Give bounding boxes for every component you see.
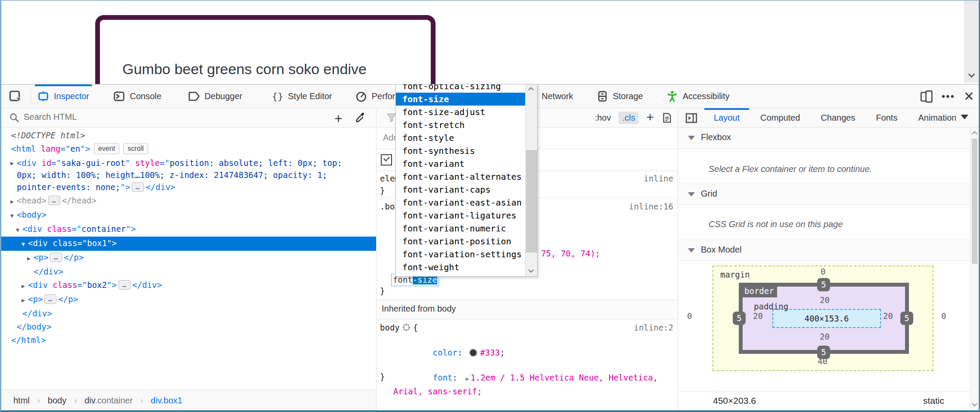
- scroll-down-icon[interactable]: [972, 401, 977, 406]
- autocomplete-scrollbar[interactable]: [525, 84, 537, 276]
- twisty-icon[interactable]: ▶: [10, 195, 17, 208]
- expand-shorthand-icon[interactable]: ▶: [466, 373, 469, 385]
- sidebar-overflow-icon[interactable]: [961, 115, 968, 119]
- autocomplete-item[interactable]: font-variant-numeric: [396, 222, 525, 235]
- sidebar-scrollbar[interactable]: [970, 128, 979, 411]
- tree-node[interactable]: </html>: [1, 334, 376, 347]
- tree-node-selected[interactable]: ▼<div class="box1">: [1, 237, 376, 251]
- autocomplete-item[interactable]: font-stretch: [396, 119, 525, 131]
- margin-left-value[interactable]: 0: [687, 311, 692, 321]
- scrollbar-thumb[interactable]: [526, 150, 537, 253]
- twisty-icon[interactable]: ▼: [16, 223, 22, 237]
- sidebar-tab-layout[interactable]: Layout: [703, 108, 750, 128]
- tool-tab-console[interactable]: Console: [111, 84, 164, 108]
- twisty-icon[interactable]: ▼: [22, 237, 28, 251]
- scroll-up-icon[interactable]: [528, 87, 534, 93]
- breadcrumb-item[interactable]: div.box1: [151, 396, 182, 406]
- ellipsis-expander[interactable]: …: [48, 196, 60, 205]
- twisty-icon[interactable]: ▶: [22, 279, 28, 293]
- pseudo-class-button[interactable]: :hov: [595, 113, 611, 123]
- tree-node[interactable]: ▶<div class="box2">…</div>: [1, 278, 376, 293]
- node-badge[interactable]: scroll: [123, 143, 148, 154]
- ellipsis-expander[interactable]: …: [118, 280, 131, 290]
- autocomplete-item[interactable]: font-weight: [396, 261, 525, 274]
- scroll-down-icon[interactable]: [528, 267, 534, 273]
- box1-rule-location[interactable]: inline:16: [629, 202, 673, 211]
- autocomplete-item[interactable]: font-variant-position: [396, 235, 525, 248]
- class-checkbox[interactable]: [381, 154, 392, 165]
- margin-top-value[interactable]: 0: [821, 267, 825, 276]
- padding-top-value[interactable]: 20: [820, 295, 830, 305]
- autocomplete-item[interactable]: font-variant-east-asian: [396, 196, 525, 209]
- margin-right-value[interactable]: 0: [941, 311, 946, 321]
- autocomplete-item[interactable]: font-variant-ligatures: [396, 209, 525, 222]
- tree-node[interactable]: <!DOCTYPE html>: [1, 129, 376, 142]
- autocomplete-item[interactable]: font-style: [396, 131, 525, 144]
- element-rule-location[interactable]: inline: [644, 174, 673, 183]
- padding-left-value[interactable]: 20: [753, 311, 763, 321]
- tree-node[interactable]: </div>: [1, 307, 376, 320]
- border-left-value[interactable]: 5: [733, 312, 746, 325]
- grid-section-header[interactable]: Grid: [678, 184, 979, 205]
- color-swatch[interactable]: [469, 349, 477, 357]
- border-bottom-value[interactable]: 5: [817, 346, 830, 359]
- autocomplete-item[interactable]: font-optical-sizing: [396, 84, 525, 93]
- tool-tab-storage[interactable]: Storage: [594, 84, 646, 108]
- scroll-down-icon[interactable]: [968, 71, 975, 78]
- tree-node[interactable]: ▼<div class="container">: [1, 222, 376, 237]
- tool-tab-style-editor[interactable]: {}Style Editor: [269, 84, 335, 108]
- autocomplete-item[interactable]: font-variation-settings: [396, 248, 525, 261]
- sidebar-tab-fonts[interactable]: Fonts: [865, 108, 908, 128]
- ellipsis-expander[interactable]: …: [44, 294, 56, 304]
- tree-node[interactable]: ▶<p>…</p>: [1, 251, 376, 265]
- tree-node[interactable]: ▶<div id="saka-gui-root" style="position…: [1, 156, 376, 194]
- autocomplete-item[interactable]: font-synthesis: [396, 144, 525, 157]
- box-model-content-box[interactable]: 400×153.6: [772, 309, 881, 328]
- tree-node[interactable]: ▶<head>…</head>: [1, 194, 376, 208]
- sidebar-tab-computed[interactable]: Computed: [750, 108, 810, 128]
- autocomplete-item[interactable]: font-variant: [396, 157, 525, 170]
- breadcrumb-item[interactable]: html: [13, 396, 30, 406]
- tool-tab-inspector[interactable]: Inspector: [35, 84, 92, 108]
- tree-node[interactable]: <html lang="en">eventscroll: [1, 142, 376, 156]
- ellipsis-expander[interactable]: …: [50, 253, 62, 262]
- twisty-icon[interactable]: ▼: [10, 209, 17, 222]
- ellipsis-expander[interactable]: …: [132, 182, 144, 192]
- twisty-icon[interactable]: ▶: [22, 293, 28, 307]
- tool-tab-accessibility[interactable]: Accessibility: [664, 84, 732, 108]
- page-scrollbar[interactable]: [964, 1, 979, 83]
- tree-node[interactable]: </body>: [1, 320, 376, 334]
- responsive-design-mode-icon[interactable]: [920, 90, 933, 103]
- border-right-value[interactable]: 5: [900, 312, 913, 325]
- padding-right-value[interactable]: 20: [883, 311, 893, 321]
- sidebar-toggle-icon[interactable]: [685, 112, 697, 124]
- autocomplete-item[interactable]: font-variant-alternates: [396, 170, 525, 183]
- border-top-value[interactable]: 5: [817, 278, 830, 291]
- tool-tab-debugger[interactable]: Debugger: [186, 84, 245, 108]
- tree-node[interactable]: ▼<body>: [1, 208, 376, 222]
- pick-element-icon[interactable]: [8, 90, 24, 103]
- breadcrumb-item[interactable]: div.container: [84, 396, 133, 406]
- menu-dots-icon[interactable]: •••: [942, 90, 955, 103]
- flexbox-section-header[interactable]: Flexbox: [678, 128, 979, 149]
- tree-node[interactable]: </div>: [1, 265, 376, 278]
- padding-bottom-value[interactable]: 20: [820, 332, 830, 341]
- body-rule-selector[interactable]: body{: [380, 323, 418, 332]
- search-input[interactable]: Search HTML: [24, 112, 77, 122]
- sidebar-tab-animations[interactable]: Animations: [908, 108, 956, 128]
- node-target-icon[interactable]: [402, 323, 411, 331]
- scroll-up-icon[interactable]: [972, 131, 977, 137]
- scrollbar-thumb[interactable]: [972, 139, 977, 264]
- twisty-icon[interactable]: ▶: [27, 252, 34, 265]
- class-panel-button[interactable]: .cls: [619, 112, 638, 124]
- box-model-section-header[interactable]: Box Model: [678, 240, 979, 261]
- close-icon[interactable]: ✕: [964, 90, 974, 103]
- add-node-button[interactable]: +: [334, 111, 342, 127]
- sidebar-tab-changes[interactable]: Changes: [810, 108, 865, 128]
- autocomplete-item[interactable]: font-size: [396, 93, 525, 106]
- breadcrumb-item[interactable]: body: [48, 396, 66, 406]
- body-rule-location[interactable]: inline:2: [634, 323, 673, 332]
- node-badge[interactable]: event: [94, 143, 119, 154]
- add-rule-button[interactable]: +: [646, 110, 654, 125]
- autocomplete-item[interactable]: font-variant-caps: [396, 183, 525, 196]
